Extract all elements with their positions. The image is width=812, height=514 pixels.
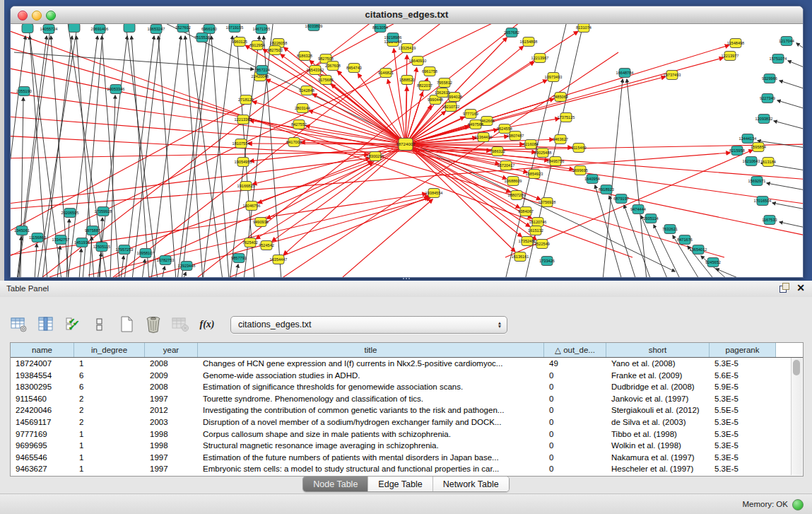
graph-node[interactable]: 16648784	[616, 69, 634, 78]
network-canvas[interactable]: 1872400716154808122139671097349374850631…	[11, 24, 803, 277]
network-window[interactable]: citations_edges.txt 18724007161548081221…	[10, 6, 804, 278]
graph-node[interactable]: 9175685	[318, 76, 334, 85]
graph-node[interactable]: 19166825	[237, 182, 255, 191]
graph-node[interactable]	[124, 24, 135, 33]
graph-node[interactable]: 9463627	[553, 135, 568, 144]
graph-node[interactable]: 2718120	[238, 95, 254, 105]
graph-node[interactable]	[22, 24, 33, 33]
column-header-indegree[interactable]: in_degree	[74, 343, 145, 357]
close-panel-icon[interactable]: ✕	[796, 283, 805, 293]
graph-node[interactable]: 10653247	[148, 25, 165, 34]
graph-node[interactable]: 12213977	[722, 52, 739, 61]
graph-node[interactable]: 1588520	[399, 76, 415, 85]
table-body[interactable]: 1872400712008Changes of HCN gene express…	[11, 358, 803, 475]
table-row[interactable]: 1938455462009Genome-wide association stu…	[11, 370, 803, 382]
graph-node[interactable]: 8131074	[576, 24, 592, 33]
tab-node-table[interactable]: Node Table	[303, 477, 368, 491]
graph-node[interactable]: 1217044	[779, 37, 794, 46]
graph-node[interactable]: 16033809	[305, 24, 323, 31]
graph-node[interactable]: 16543362	[307, 66, 324, 75]
graph-node[interactable]: 7515526	[194, 33, 210, 42]
graph-node[interactable]: 14055724	[40, 25, 58, 34]
float-panel-icon[interactable]	[779, 283, 789, 293]
graph-node[interactable]: 16782753	[157, 256, 175, 265]
graph-node[interactable]: 1595854	[751, 143, 766, 152]
graph-node[interactable]: 7955812	[437, 78, 452, 88]
graph-node[interactable]: 9474444	[630, 205, 646, 214]
graph-node[interactable]: 7625402	[242, 238, 258, 247]
table-row[interactable]: 1456911722003Disruption of a novel membe…	[11, 416, 803, 428]
graph-node[interactable]: 12505115	[93, 243, 110, 252]
graph-node[interactable]: 16354447	[270, 255, 288, 264]
graph-node[interactable]: 2657682	[504, 28, 519, 37]
graph-node[interactable]: 1733426	[539, 257, 555, 266]
graph-node[interactable]: 9146821	[378, 69, 394, 78]
graph-node[interactable]: 2935114	[643, 214, 658, 223]
graph-node[interactable]: 17016504	[754, 197, 772, 206]
attribute-table[interactable]: namein_degreeyeartitle△ out_de...shortpa…	[10, 342, 804, 477]
graph-node[interactable]: 9975887	[85, 226, 100, 235]
row-height-button[interactable]	[90, 315, 109, 334]
graph-node[interactable]: 10756928	[539, 198, 556, 207]
graph-node[interactable]: 9227349	[760, 94, 775, 103]
table-selector-dropdown[interactable]: citations_edges.txt ▲▼	[230, 316, 507, 334]
graph-node[interactable]: 6879197	[613, 194, 629, 204]
graph-node[interactable]: 12444134	[739, 134, 757, 144]
create-column-button[interactable]	[117, 315, 136, 334]
graph-node[interactable]: 21364436	[475, 133, 493, 142]
scrollbar-thumb[interactable]	[793, 360, 800, 375]
graph-node[interactable]: 8215958	[729, 146, 745, 156]
graph-node[interactable]: 16640910	[409, 57, 427, 66]
graph-node[interactable]: 10688609	[505, 177, 522, 186]
graph-node[interactable]: 1167533	[762, 216, 777, 225]
graph-node[interactable]: 6216084	[523, 140, 539, 149]
graph-node[interactable]: 8186328	[297, 52, 312, 61]
tab-network-table[interactable]: Network Table	[433, 477, 509, 491]
graph-node[interactable]: 8813054	[372, 24, 388, 33]
function-builder-button[interactable]: f(x)	[198, 315, 216, 334]
graph-node[interactable]: 9777169	[463, 110, 478, 119]
graph-node[interactable]: 1451934	[74, 238, 90, 247]
delete-columns-button[interactable]	[144, 315, 163, 334]
graph-node[interactable]: 1527602	[175, 24, 191, 33]
graph-node[interactable]: 18724007	[396, 139, 416, 151]
graph-node[interactable]: 8454743	[346, 64, 362, 73]
graph-node[interactable]: 6497568	[468, 120, 483, 129]
graph-node[interactable]: 7857224	[254, 66, 270, 75]
graph-node[interactable]: 19054955	[235, 158, 252, 167]
graph-node[interactable]: 9245652	[705, 258, 721, 267]
graph-node[interactable]: 10654012	[690, 245, 707, 255]
graph-node[interactable]: 12093832	[755, 115, 773, 124]
table-row[interactable]: 977716911998Corpus callosum shape and si…	[11, 428, 803, 440]
graph-node[interactable]: 16210643	[743, 157, 760, 166]
table-row[interactable]: 911546021997Tourette syndrome. Phenomeno…	[11, 393, 803, 405]
column-header-title[interactable]: title	[198, 343, 544, 357]
graph-node[interactable]: 8427552	[291, 120, 307, 129]
graph-node[interactable]: 19737493	[664, 71, 681, 80]
graph-node[interactable]: 9827503	[267, 46, 283, 55]
graph-node[interactable]: 6966160	[201, 25, 217, 34]
graph-node[interactable]: 9329966	[762, 74, 777, 83]
graph-node[interactable]: 8822037	[417, 81, 433, 90]
graph-node[interactable]: 10973493	[545, 73, 563, 82]
graph-node[interactable]: 7986322	[490, 147, 505, 156]
network-window-titlebar[interactable]: citations_edges.txt	[11, 6, 803, 24]
graph-node[interactable]: 14671355	[253, 25, 271, 34]
table-row[interactable]: 946362711997Embryonic stem cells: a mode…	[11, 463, 803, 475]
graph-node[interactable]: 2367608	[325, 62, 341, 71]
graph-node[interactable]: 9115460	[571, 144, 586, 153]
graph-node[interactable]: 7485063	[553, 93, 568, 102]
graph-node[interactable]: 8918923	[599, 185, 614, 194]
column-header-outde[interactable]: △ out_de...	[544, 343, 606, 357]
graph-node[interactable]: 10719155	[226, 24, 244, 33]
memory-ok-indicator[interactable]	[792, 499, 804, 510]
select-all-columns-button[interactable]: ✔✔✔	[64, 315, 82, 334]
vertical-scrollbar[interactable]	[791, 358, 802, 475]
graph-node[interactable]: 9857791	[231, 254, 247, 263]
graph-node[interactable]	[69, 24, 80, 33]
graph-node[interactable]: 2522549	[534, 240, 550, 249]
graph-node[interactable]: 2803144	[295, 104, 310, 113]
column-header-year[interactable]: year	[145, 343, 198, 357]
table-row[interactable]: 1872400712008Changes of HCN gene express…	[11, 358, 803, 370]
graph-node[interactable]: 18107554	[233, 139, 250, 148]
